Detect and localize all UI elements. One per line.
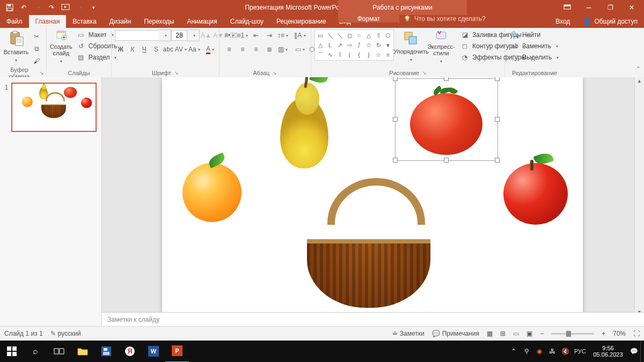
- tell-me-input[interactable]: Что вы хотите сделать?: [397, 15, 492, 23]
- slide[interactable]: [162, 77, 583, 313]
- align-center-icon[interactable]: ≡: [236, 43, 249, 55]
- font-size-dropdown-icon[interactable]: [187, 29, 200, 41]
- image-pear[interactable]: [280, 99, 328, 168]
- tab-design[interactable]: Дизайн: [103, 15, 137, 28]
- save-icon[interactable]: [3, 1, 16, 14]
- status-language[interactable]: ✎русский: [50, 330, 81, 337]
- resize-handle[interactable]: [495, 77, 500, 81]
- increase-font-icon[interactable]: A▲: [200, 29, 212, 41]
- scroll-up-icon[interactable]: ▲: [637, 78, 642, 84]
- start-button-icon[interactable]: [0, 341, 24, 362]
- strikethrough-icon[interactable]: S: [150, 43, 162, 55]
- zoom-level[interactable]: 70%: [613, 330, 626, 337]
- align-right-icon[interactable]: ≡: [250, 43, 262, 55]
- undo-icon[interactable]: ↶: [17, 1, 30, 14]
- numbering-icon[interactable]: ≡1: [236, 29, 249, 41]
- bullets-icon[interactable]: ≡•: [223, 29, 236, 41]
- increase-indent-icon[interactable]: ⇥: [263, 29, 276, 41]
- italic-icon[interactable]: К: [127, 43, 138, 55]
- arrange-button[interactable]: Упорядочить▾: [398, 29, 424, 65]
- drawing-dialog-icon[interactable]: ↘: [422, 70, 427, 76]
- quick-styles-button[interactable]: Экспресс- стили▾: [428, 29, 454, 65]
- format-painter-icon[interactable]: 🖌: [30, 55, 43, 67]
- font-name-dropdown-icon[interactable]: [159, 29, 171, 41]
- task-view-icon[interactable]: [47, 341, 71, 362]
- start-from-beginning-icon[interactable]: [59, 1, 72, 14]
- redo-icon[interactable]: ↷: [45, 1, 58, 14]
- view-sorter-icon[interactable]: ⊞: [500, 330, 506, 337]
- collapse-ribbon-icon[interactable]: ⌃: [636, 65, 641, 72]
- show-desktop-button[interactable]: [640, 341, 644, 362]
- ribbon-display-options-icon[interactable]: [557, 0, 577, 15]
- share-button[interactable]: 👤Общий доступ: [576, 15, 644, 28]
- zoom-slider[interactable]: [551, 333, 594, 335]
- network-icon[interactable]: 🖧: [546, 341, 559, 362]
- new-slide-button[interactable]: Создать слайд ▾: [50, 29, 72, 65]
- replace-button[interactable]: abЗаменить: [508, 41, 561, 51]
- notes-pane[interactable]: Заметки к слайду: [102, 312, 644, 327]
- tab-insert[interactable]: Вставка: [66, 15, 103, 28]
- taskbar-app-word-icon[interactable]: W: [142, 341, 165, 362]
- char-spacing-icon[interactable]: AV: [174, 43, 187, 55]
- align-text-icon[interactable]: ▭: [294, 43, 306, 55]
- taskbar-clock[interactable]: 9:5605.06.2023: [589, 345, 627, 358]
- cut-icon[interactable]: ✂: [30, 31, 43, 42]
- font-dialog-icon[interactable]: ↘: [174, 70, 179, 76]
- bold-icon[interactable]: Ж: [115, 43, 126, 55]
- comments-toggle[interactable]: 💬 Примечания: [432, 330, 479, 337]
- qat-customize-icon[interactable]: ▾: [87, 1, 100, 14]
- text-direction-icon[interactable]: ‖A: [294, 29, 306, 41]
- sign-in-button[interactable]: Вход: [549, 15, 576, 28]
- maximize-icon[interactable]: ❐: [600, 0, 620, 15]
- fit-to-window-icon[interactable]: ⛶: [633, 330, 640, 337]
- decrease-indent-icon[interactable]: ⇤: [250, 29, 262, 41]
- vertical-scrollbar[interactable]: ▲ ▼ ⯅ ⯆: [634, 77, 644, 327]
- zoom-in-icon[interactable]: +: [602, 330, 605, 337]
- tab-format[interactable]: Формат: [338, 15, 399, 23]
- resize-handle[interactable]: [393, 77, 398, 81]
- underline-icon[interactable]: Ч: [138, 43, 150, 55]
- file-explorer-icon[interactable]: [71, 341, 94, 362]
- slide-thumbnail-1[interactable]: [11, 83, 97, 132]
- slide-canvas-area[interactable]: ▲ ▼ ⯅ ⯆: [102, 77, 644, 327]
- touch-mode-icon[interactable]: [73, 1, 86, 14]
- columns-icon[interactable]: ▥: [276, 43, 289, 55]
- paste-button[interactable]: Вставить ▾: [3, 29, 29, 65]
- change-case-icon[interactable]: Aa: [188, 43, 201, 55]
- resize-handle[interactable]: [393, 117, 398, 122]
- selection-box[interactable]: [395, 78, 498, 161]
- font-color-icon[interactable]: A: [204, 43, 216, 55]
- view-normal-icon[interactable]: ▦: [487, 330, 493, 337]
- paragraph-dialog-icon[interactable]: ↘: [273, 70, 277, 76]
- image-orange[interactable]: [182, 163, 241, 222]
- tab-review[interactable]: Рецензирование: [270, 15, 333, 28]
- shadow-icon[interactable]: abc: [163, 43, 174, 55]
- tab-slideshow[interactable]: Слайд-шоу: [224, 15, 270, 28]
- view-reading-icon[interactable]: ▭: [513, 330, 519, 337]
- image-apple[interactable]: [503, 163, 568, 225]
- input-language[interactable]: РУС: [572, 341, 589, 362]
- minimize-icon[interactable]: –: [579, 0, 599, 15]
- font-name-input[interactable]: [115, 30, 159, 41]
- line-spacing-icon[interactable]: ↕≡: [276, 29, 289, 41]
- wifi-icon[interactable]: ⚲: [520, 341, 533, 362]
- tray-app-icon[interactable]: ◉: [533, 341, 546, 362]
- tab-transitions[interactable]: Переходы: [137, 15, 180, 28]
- resize-handle[interactable]: [444, 158, 449, 162]
- zoom-out-icon[interactable]: −: [540, 330, 544, 337]
- copy-icon[interactable]: ⧉: [30, 43, 43, 55]
- close-icon[interactable]: ✕: [621, 0, 642, 15]
- shapes-gallery[interactable]: ▭＼＼◻○△⇧⬡ △L↗⇨⤴☆↻▾ ⌒∿⌇⟨{}☆≡: [314, 29, 394, 61]
- select-button[interactable]: ⬚Выделить: [508, 52, 561, 63]
- tab-file[interactable]: Файл: [0, 15, 29, 28]
- search-icon[interactable]: ⌕: [24, 341, 47, 362]
- tab-animations[interactable]: Анимация: [180, 15, 223, 28]
- undo-dropdown-icon[interactable]: [31, 1, 44, 14]
- clipboard-dialog-icon[interactable]: ↘: [40, 70, 44, 76]
- view-slideshow-icon[interactable]: ▣: [526, 330, 532, 337]
- font-size-input[interactable]: [171, 30, 187, 41]
- resize-handle[interactable]: [393, 158, 398, 162]
- taskbar-app-yandex-icon[interactable]: Я: [118, 341, 142, 362]
- resize-handle[interactable]: [495, 117, 500, 122]
- tab-home[interactable]: Главная: [29, 15, 67, 28]
